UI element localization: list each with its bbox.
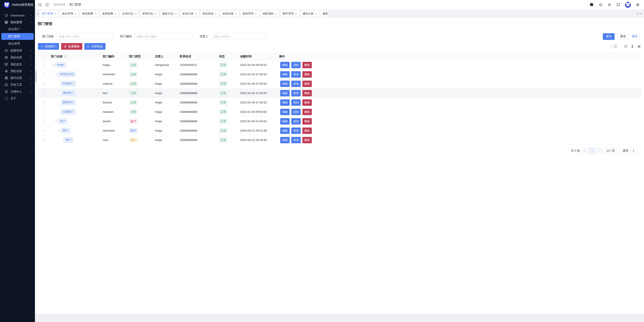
dept-name-tag[interactable]: 测试部门 bbox=[61, 90, 76, 96]
tab-close-icon[interactable]: ✕ bbox=[315, 12, 317, 15]
edit-row-button[interactable]: 编辑 bbox=[280, 90, 290, 96]
add-row-button[interactable]: 添加 bbox=[291, 118, 301, 125]
row-checkbox[interactable] bbox=[43, 91, 44, 95]
tab-close-icon[interactable]: ✕ bbox=[54, 12, 56, 15]
sidebar-item-plugin-app[interactable]: 插件应用 bbox=[0, 75, 35, 81]
delete-row-button[interactable]: 删除 bbox=[302, 71, 312, 78]
dept-name-tag[interactable]: 用户 bbox=[64, 137, 73, 142]
tab-role-perm[interactable]: 角色权限✕ bbox=[80, 11, 98, 17]
add-row-button[interactable]: 添加 bbox=[291, 62, 301, 68]
row-checkbox[interactable] bbox=[43, 138, 44, 142]
row-checkbox[interactable] bbox=[43, 129, 44, 132]
edit-row-button[interactable]: 编辑 bbox=[280, 109, 290, 115]
tab-notice[interactable]: 通知公告✕ bbox=[301, 11, 319, 17]
edit-row-button[interactable]: 编辑 bbox=[280, 118, 290, 125]
tab-close-icon[interactable]: ✕ bbox=[74, 12, 76, 15]
add-row-button[interactable]: 添加 bbox=[291, 128, 301, 134]
refresh-icon[interactable] bbox=[45, 3, 49, 7]
tab-truncated[interactable]: 服务 bbox=[321, 11, 322, 17]
edit-row-button[interactable]: 编辑 bbox=[280, 137, 290, 143]
edit-row-button[interactable]: 编辑 bbox=[280, 81, 290, 87]
tab-global-log[interactable]: 全局日志✕ bbox=[120, 11, 138, 17]
dept-name-tag[interactable]: 商户 bbox=[61, 128, 70, 133]
delete-row-button[interactable]: 删除 bbox=[302, 109, 312, 115]
dept-code-input[interactable] bbox=[134, 33, 192, 40]
row-checkbox[interactable] bbox=[43, 63, 44, 67]
tab-withdraw-manage[interactable]: 提现管理✕ bbox=[240, 11, 259, 17]
row-expand-icon[interactable] bbox=[55, 73, 58, 76]
dept-name-tag[interactable]: 租户 bbox=[58, 119, 67, 124]
tab-login-log[interactable]: 登录日志✕ bbox=[140, 11, 158, 17]
delete-row-button[interactable]: 删除 bbox=[302, 81, 312, 87]
tab-close-icon[interactable]: ✕ bbox=[275, 12, 277, 15]
question-circle-icon[interactable] bbox=[64, 55, 67, 58]
add-row-button[interactable]: 添加 bbox=[291, 109, 301, 115]
delete-row-button[interactable]: 删除 bbox=[302, 137, 312, 143]
delete-row-button[interactable]: 删除 bbox=[302, 62, 312, 68]
sidebar-item-perm-manage[interactable]: 权限管理 bbox=[0, 48, 35, 54]
tab-online-recharge[interactable]: 在线充值✕ bbox=[220, 11, 239, 17]
dept-name-tag[interactable]: 运维部门 bbox=[61, 109, 76, 114]
row-checkbox[interactable] bbox=[43, 110, 44, 114]
batch-delete-button[interactable]: 批量删除 bbox=[61, 43, 82, 50]
tab-menu-perm[interactable]: 菜单权限✕ bbox=[100, 11, 118, 17]
tab-close-icon[interactable]: ✕ bbox=[134, 12, 136, 15]
dept-name-tag[interactable]: hotgo bbox=[55, 62, 66, 67]
tab-post-manage[interactable]: 岗位管理✕ bbox=[60, 11, 78, 17]
row-expand-icon[interactable] bbox=[52, 64, 55, 66]
tab-close-icon[interactable]: ✕ bbox=[194, 12, 197, 15]
tab-close-icon[interactable]: ✕ bbox=[114, 12, 116, 15]
row-checkbox[interactable] bbox=[43, 82, 44, 86]
dept-name-tag[interactable]: 深圳总公司 bbox=[58, 72, 76, 77]
add-dept-button[interactable]: 添加部门 bbox=[38, 43, 59, 50]
select-all-checkbox[interactable] bbox=[43, 55, 44, 58]
dept-name-input[interactable] bbox=[56, 33, 113, 40]
row-checkbox[interactable] bbox=[43, 73, 44, 76]
dept-name-tag[interactable]: 财务部门 bbox=[61, 100, 76, 105]
add-row-button[interactable]: 添加 bbox=[291, 90, 301, 96]
sidebar-item-dashboard[interactable]: Dashboard bbox=[0, 12, 35, 19]
add-row-button[interactable]: 添加 bbox=[291, 137, 301, 143]
sidebar-item-sys-app[interactable]: 系统应用 bbox=[0, 54, 35, 61]
add-row-button[interactable]: 添加 bbox=[291, 71, 301, 78]
tab-close-icon[interactable]: ✕ bbox=[215, 12, 217, 15]
row-expand-icon[interactable] bbox=[58, 129, 61, 132]
sidebar-item-doc-center[interactable]: 文档中心 bbox=[0, 89, 35, 95]
tab-close-icon[interactable]: ✕ bbox=[94, 12, 96, 15]
sidebar-item-sys-setting[interactable]: 系统设置 bbox=[0, 68, 35, 74]
edit-row-button[interactable]: 编辑 bbox=[280, 62, 290, 68]
delete-row-button[interactable]: 删除 bbox=[302, 128, 312, 134]
menu-collapse-icon[interactable] bbox=[38, 3, 42, 7]
tab-close-icon[interactable]: ✕ bbox=[255, 12, 257, 15]
tab-region-code[interactable]: 地区编码✕ bbox=[261, 11, 279, 17]
edit-row-button[interactable]: 编辑 bbox=[280, 128, 290, 134]
add-row-button[interactable]: 添加 bbox=[291, 81, 301, 87]
collapse-all-button[interactable]: 全部收起 bbox=[84, 43, 106, 50]
row-checkbox[interactable] bbox=[43, 119, 44, 123]
tab-close-icon[interactable]: ✕ bbox=[154, 12, 157, 15]
delete-row-button[interactable]: 删除 bbox=[302, 90, 312, 96]
sidebar-item-post-manage[interactable]: 岗位管理 bbox=[0, 41, 35, 47]
tab-dept-manage[interactable]: 部门管理✕ bbox=[40, 11, 58, 17]
tab-close-icon[interactable]: ✕ bbox=[174, 12, 177, 15]
row-expand-icon[interactable] bbox=[55, 120, 58, 122]
sidebar-scrollbar-thumb[interactable] bbox=[36, 71, 37, 82]
delete-row-button[interactable]: 删除 bbox=[302, 99, 312, 106]
sidebar-item-sys-monitor[interactable]: 系统监控 bbox=[0, 61, 35, 67]
tabs-scroll-left-icon[interactable] bbox=[36, 12, 40, 15]
tab-attachment-manage[interactable]: 附件管理✕ bbox=[281, 11, 299, 17]
delete-row-button[interactable]: 删除 bbox=[302, 118, 312, 125]
sidebar-item-backend-user[interactable]: 后台用户 bbox=[0, 26, 35, 33]
sidebar-item-dept-manage[interactable]: 部门管理 bbox=[1, 33, 34, 40]
dept-name-tag[interactable]: 研发部门 bbox=[61, 81, 76, 86]
add-row-button[interactable]: 添加 bbox=[291, 99, 301, 106]
edit-row-button[interactable]: 编辑 bbox=[280, 71, 290, 78]
edit-row-button[interactable]: 编辑 bbox=[280, 99, 290, 106]
breadcrumb-parent[interactable]: 组织管理 bbox=[54, 3, 65, 7]
sidebar-item-about[interactable]: 关于 bbox=[0, 95, 35, 102]
tab-sms-record[interactable]: 短信记录✕ bbox=[180, 11, 198, 17]
tab-close-icon[interactable]: ✕ bbox=[295, 12, 297, 15]
tab-close-icon[interactable]: ✕ bbox=[235, 12, 237, 15]
leader-input[interactable] bbox=[211, 33, 267, 40]
tab-service-log[interactable]: 服务日志✕ bbox=[160, 11, 178, 17]
